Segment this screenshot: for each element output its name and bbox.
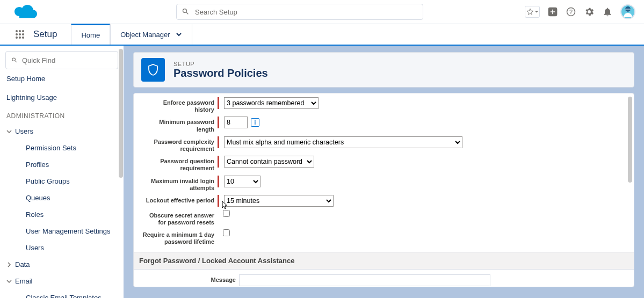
svg-point-12 <box>19 37 21 39</box>
sidebar-item-label: Email <box>15 277 33 285</box>
salesforce-logo[interactable] <box>10 1 42 23</box>
chevron-right-icon <box>6 262 12 267</box>
svg-text:?: ? <box>569 9 573 15</box>
sidebar-setup-home[interactable]: Setup Home <box>5 69 118 88</box>
search-input[interactable] <box>176 4 423 20</box>
tab-label: Home <box>81 31 100 39</box>
svg-point-9 <box>19 33 21 35</box>
header-actions: ? <box>525 4 644 19</box>
sidebar-section-admin: ADMINISTRATION <box>5 107 118 123</box>
select-max-invalid[interactable]: 10 <box>224 176 261 187</box>
favorites-button[interactable] <box>525 6 540 18</box>
required-indicator <box>218 97 219 109</box>
svg-point-5 <box>16 30 18 32</box>
sidebar-sub-permission-sets[interactable]: Permission Sets <box>5 140 118 156</box>
sidebar-item-label: Data <box>15 260 30 268</box>
required-indicator <box>218 156 219 168</box>
svg-point-6 <box>19 30 21 32</box>
search-icon <box>11 56 18 64</box>
sidebar-item-email[interactable]: Email <box>5 273 118 289</box>
global-search <box>176 4 423 20</box>
section-forgot-password: Forgot Password / Locked Account Assista… <box>134 252 634 270</box>
sidebar-scrollbar[interactable] <box>118 46 124 298</box>
app-launcher-icon[interactable] <box>15 30 25 39</box>
required-indicator <box>218 117 219 128</box>
sidebar-sub-queues[interactable]: Queues <box>5 190 118 206</box>
tab-home[interactable]: Home <box>71 24 110 45</box>
label-enforce-history: Enforce password history <box>142 97 218 113</box>
select-enforce-history[interactable]: 3 passwords remembered <box>224 97 319 109</box>
help-icon[interactable]: ? <box>566 6 576 17</box>
add-icon[interactable] <box>547 6 558 17</box>
sidebar: Setup Home Lightning Usage ADMINISTRATIO… <box>0 46 124 298</box>
sidebar-item-label: Users <box>15 127 33 135</box>
panel-scrollbar[interactable] <box>628 97 632 183</box>
page-header: SETUP Password Policies <box>133 52 634 88</box>
app-navigation: Setup Home Object Manager <box>0 24 644 46</box>
sidebar-sub-users[interactable]: Users <box>5 239 118 256</box>
chevron-down-icon <box>6 129 12 134</box>
sidebar-sub-user-mgmt[interactable]: User Management Settings <box>5 223 118 239</box>
svg-point-7 <box>22 30 24 32</box>
page-title: Password Policies <box>173 67 268 79</box>
search-icon <box>182 8 190 16</box>
required-indicator <box>218 195 219 207</box>
select-question[interactable]: Cannot contain password <box>224 156 314 168</box>
quick-find-input[interactable] <box>22 56 112 64</box>
sidebar-item-users[interactable]: Users <box>5 123 118 140</box>
page-eyebrow: SETUP <box>173 61 268 67</box>
required-indicator <box>218 176 219 187</box>
required-indicator <box>218 136 219 148</box>
bell-icon[interactable] <box>602 6 613 17</box>
quick-find <box>5 51 118 69</box>
label-lockout: Lockout effective period <box>142 195 218 204</box>
label-obscure: Obscure secret answer for password reset… <box>142 210 218 226</box>
label-require-min-day: Require a minimum 1 day password lifetim… <box>142 229 218 245</box>
svg-point-10 <box>22 33 24 35</box>
input-message[interactable] <box>239 274 490 286</box>
input-min-length[interactable] <box>224 117 248 128</box>
main-content: SETUP Password Policies Enforce password… <box>124 46 644 298</box>
sidebar-sub-roles[interactable]: Roles <box>5 206 118 223</box>
cursor-icon <box>222 201 228 209</box>
sidebar-lightning-usage[interactable]: Lightning Usage <box>5 88 118 107</box>
svg-point-13 <box>22 37 24 39</box>
chevron-down-icon <box>176 31 182 38</box>
tab-label: Object Manager <box>120 31 170 39</box>
select-complexity[interactable]: Must mix alpha and numeric characters <box>224 136 462 148</box>
sidebar-sub-profiles[interactable]: Profiles <box>5 156 118 173</box>
app-title: Setup <box>33 29 57 40</box>
global-header: ? <box>0 0 644 24</box>
svg-point-8 <box>16 33 18 35</box>
label-min-length: Minimum password length <box>142 117 218 133</box>
checkbox-obscure[interactable] <box>223 210 230 217</box>
avatar[interactable] <box>620 4 635 19</box>
sidebar-sub-public-groups[interactable]: Public Groups <box>5 173 118 190</box>
select-lockout[interactable]: 15 minutes <box>224 195 334 207</box>
label-message: Message <box>142 274 239 284</box>
gear-icon[interactable] <box>584 6 595 17</box>
label-max-invalid: Maximum invalid login attempts <box>142 176 218 192</box>
chevron-down-icon <box>6 279 12 284</box>
label-complexity: Password complexity requirement <box>142 136 218 152</box>
svg-point-11 <box>16 37 18 39</box>
label-question: Password question requirement <box>142 156 218 172</box>
tab-object-manager[interactable]: Object Manager <box>110 24 192 45</box>
checkbox-require-min-day[interactable] <box>223 229 230 236</box>
shield-icon <box>141 58 165 82</box>
sidebar-item-data[interactable]: Data <box>5 256 118 273</box>
settings-panel: Enforce password history 3 passwords rem… <box>133 93 634 287</box>
sidebar-sub-classic-email[interactable]: Classic Email Templates <box>5 289 118 298</box>
info-icon[interactable]: i <box>251 118 259 127</box>
